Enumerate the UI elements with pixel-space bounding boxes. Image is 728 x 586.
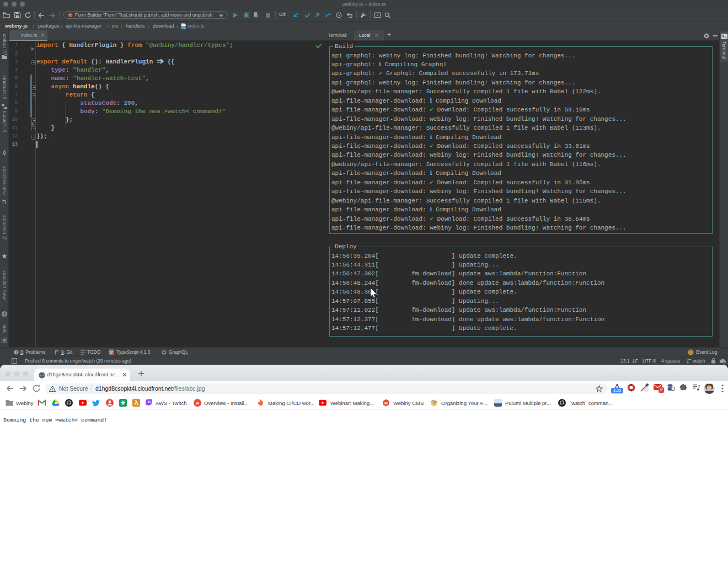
svg-text:TS: TS xyxy=(182,26,185,29)
svg-text:w: w xyxy=(195,401,200,406)
svg-text:w: w xyxy=(384,401,388,406)
